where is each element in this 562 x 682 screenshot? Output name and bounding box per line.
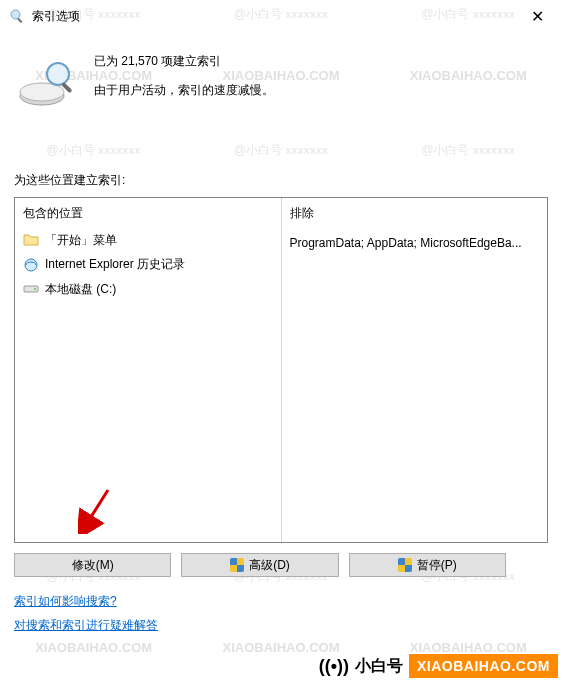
svg-point-1	[11, 10, 20, 19]
advanced-button[interactable]: 高级(D)	[181, 553, 338, 577]
broadcast-icon: ((•))	[319, 656, 349, 677]
included-column: 包含的位置 「开始」菜单 Internet Explorer 历史记录	[15, 198, 281, 542]
drive-magnifier-icon	[14, 48, 78, 112]
svg-point-7	[25, 259, 37, 271]
drive-icon	[23, 281, 39, 297]
brand-domain: XIAOBAIHAO.COM	[409, 654, 558, 678]
uac-shield-icon	[398, 558, 412, 572]
excluded-column: 排除 ProgramData; AppData; MicrosoftEdgeBa…	[281, 198, 548, 542]
locations-pane: 包含的位置 「开始」菜单 Internet Explorer 历史记录	[14, 197, 548, 543]
excluded-row: ProgramData; AppData; MicrosoftEdgeBa...	[290, 232, 540, 254]
list-item[interactable]: 「开始」菜单	[23, 228, 273, 252]
pause-button[interactable]: 暂停(P)	[349, 553, 506, 577]
indexing-icon	[8, 7, 26, 25]
button-label: 暂停(P)	[417, 557, 457, 574]
svg-point-9	[34, 288, 36, 290]
excluded-header: 排除	[290, 205, 540, 222]
button-label: 高级(D)	[249, 557, 290, 574]
ie-icon	[23, 257, 39, 273]
status-indexed-count: 已为 21,570 项建立索引	[94, 50, 274, 73]
list-item-label: Internet Explorer 历史记录	[45, 254, 185, 274]
titlebar: 索引选项 ✕	[0, 0, 562, 32]
uac-shield-icon	[230, 558, 244, 572]
list-item[interactable]: 本地磁盘 (C:)	[23, 277, 273, 301]
brand-footer: ((•)) 小白号 XIAOBAIHAO.COM	[319, 654, 558, 678]
brand-name: 小白号	[355, 656, 403, 677]
list-item-label: 本地磁盘 (C:)	[45, 279, 116, 299]
list-item-label: 「开始」菜单	[45, 230, 117, 250]
folder-icon	[23, 232, 39, 248]
included-header: 包含的位置	[23, 205, 273, 222]
locations-label: 为这些位置建立索引:	[14, 172, 548, 189]
modify-button[interactable]: 修改(M)	[14, 553, 171, 577]
status-speed-note: 由于用户活动，索引的速度减慢。	[94, 79, 274, 102]
link-how-affects-search[interactable]: 索引如何影响搜索?	[14, 594, 117, 608]
link-troubleshoot[interactable]: 对搜索和索引进行疑难解答	[14, 618, 158, 632]
close-button[interactable]: ✕	[521, 3, 554, 30]
window-title: 索引选项	[32, 8, 80, 25]
button-label: 修改(M)	[72, 557, 114, 574]
svg-rect-2	[17, 18, 23, 24]
svg-point-5	[47, 63, 69, 85]
list-item[interactable]: Internet Explorer 历史记录	[23, 252, 273, 276]
